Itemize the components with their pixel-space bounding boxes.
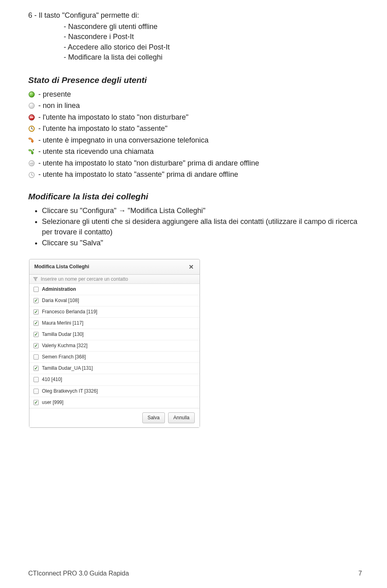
dialog-search-bar — [29, 275, 200, 284]
contact-row[interactable]: Valeriy Kuchma [322] — [29, 340, 200, 351]
checkbox[interactable] — [33, 354, 39, 360]
presence-label: - l'utente ha impostato lo stato "assent… — [38, 124, 167, 134]
contact-label: 410 [410] — [42, 376, 62, 383]
presence-label: - utente ha impostato lo stato "non dist… — [38, 158, 259, 169]
phone-green-icon — [28, 149, 35, 155]
presence-row: - l'utente ha impostato lo stato "assent… — [28, 124, 362, 134]
phone-orange-icon — [28, 137, 35, 144]
contact-group-row[interactable]: Administration — [29, 284, 200, 295]
presence-label: - non in linea — [38, 101, 80, 111]
presence-row: - utente ha impostato lo stato "non dist… — [28, 158, 362, 169]
checkbox[interactable] — [33, 343, 39, 348]
presence-row: - utente è impegnato in una conversazion… — [28, 135, 362, 146]
modify-heading: Modificare la lista dei colleghi — [28, 190, 362, 203]
presence-row: - presente — [28, 89, 362, 100]
modify-step: Cliccare su "Configura" → "Modifica List… — [42, 206, 362, 216]
contact-row[interactable]: Francesco Berlanda [119] — [29, 306, 200, 317]
presence-label: - utente è impegnato in una conversazion… — [38, 135, 208, 146]
dnd-grey-icon — [28, 160, 35, 167]
modify-steps: Cliccare su "Configura" → "Modifica List… — [28, 206, 362, 248]
checkbox[interactable] — [33, 332, 39, 337]
checkbox[interactable] — [33, 400, 39, 405]
close-icon[interactable]: ✕ — [187, 263, 196, 271]
contact-label: Maura Merlini [117] — [42, 320, 83, 327]
presence-label: - l'utente ha impostato lo stato "non di… — [38, 112, 188, 123]
contact-row[interactable]: 410 [410] — [29, 374, 200, 385]
clock-yellow-icon — [28, 125, 35, 132]
contact-label: Administration — [42, 286, 76, 293]
presence-list: - presente - non in linea - l'utente ha … — [28, 89, 362, 180]
checkbox[interactable] — [33, 377, 39, 382]
presence-label: - utente ha impostato lo stato "assente"… — [38, 170, 238, 180]
contact-row[interactable]: Daria Koval [108] — [29, 295, 200, 306]
presence-row: - utente sta ricevendo una chiamata — [28, 147, 362, 157]
contact-row[interactable]: Tamilla Dudar_UA [131] — [29, 362, 200, 374]
contact-label: Francesco Berlanda [119] — [42, 308, 97, 315]
contact-row[interactable]: Maura Merlini [117] — [29, 317, 200, 329]
presence-heading: Stato di Presence degli utenti — [28, 74, 362, 86]
intro-item: - Nascondere gli utenti offline — [28, 22, 362, 32]
modify-colleghi-dialog: Modifica Lista Colleghi ✕ Administration… — [29, 259, 200, 428]
checkbox[interactable] — [33, 287, 39, 292]
clock-grey-icon — [28, 172, 35, 178]
contact-label: Oleg Bratkevych IT [3326] — [42, 388, 98, 395]
dot-grey-icon — [28, 102, 35, 109]
intro-item: - Nascondere i Post-It — [28, 32, 362, 42]
presence-row: - utente ha impostato lo stato "assente"… — [28, 170, 362, 180]
modify-step: Cliccare su "Salva" — [42, 238, 362, 248]
contact-row[interactable]: Oleg Bratkevych IT [3326] — [29, 385, 200, 397]
checkbox[interactable] — [33, 298, 39, 303]
checkbox[interactable] — [33, 389, 39, 394]
contact-label: Valeriy Kuchma [322] — [42, 342, 87, 349]
contact-label: user [999] — [42, 399, 63, 406]
dialog-footer: Salva Annulla — [29, 408, 200, 427]
presence-label: - utente sta ricevendo una chiamata — [38, 147, 154, 157]
dialog-title: Modifica Lista Colleghi — [34, 263, 89, 271]
checkbox[interactable] — [33, 309, 39, 315]
contact-label: Tamilla Dudar_UA [131] — [42, 365, 93, 372]
contact-label: Semen Franch [368] — [42, 354, 86, 360]
contact-row[interactable]: Semen Franch [368] — [29, 351, 200, 362]
intro-lead: 6 - Il tasto "Configura" permette di: — [28, 10, 362, 21]
presence-label: - presente — [38, 89, 71, 100]
contact-label: Tamilla Dudar [130] — [42, 331, 83, 338]
checkbox[interactable] — [33, 321, 39, 326]
intro-item: - Modificare la lista dei colleghi — [28, 52, 362, 63]
dialog-header: Modifica Lista Colleghi ✕ — [29, 259, 200, 275]
contact-label: Daria Koval [108] — [42, 297, 79, 304]
dnd-red-icon — [28, 114, 35, 121]
save-button[interactable]: Salva — [142, 412, 165, 423]
contact-row[interactable]: Tamilla Dudar [130] — [29, 329, 200, 340]
cancel-button[interactable]: Annulla — [168, 412, 195, 423]
intro-item: - Accedere allo storico dei Post-It — [28, 42, 362, 53]
modify-step: Selezionare gli utenti che si desidera a… — [42, 217, 362, 237]
presence-row: - l'utente ha impostato lo stato "non di… — [28, 112, 362, 123]
filter-icon — [33, 276, 38, 282]
contact-row[interactable]: user [999] — [29, 397, 200, 408]
dot-green-icon — [28, 91, 35, 98]
search-input[interactable] — [41, 276, 196, 282]
configura-intro: 6 - Il tasto "Configura" permette di: - … — [28, 10, 362, 63]
presence-row: - non in linea — [28, 101, 362, 111]
dialog-body[interactable]: AdministrationDaria Koval [108]Francesco… — [29, 284, 200, 408]
checkbox[interactable] — [33, 366, 39, 371]
